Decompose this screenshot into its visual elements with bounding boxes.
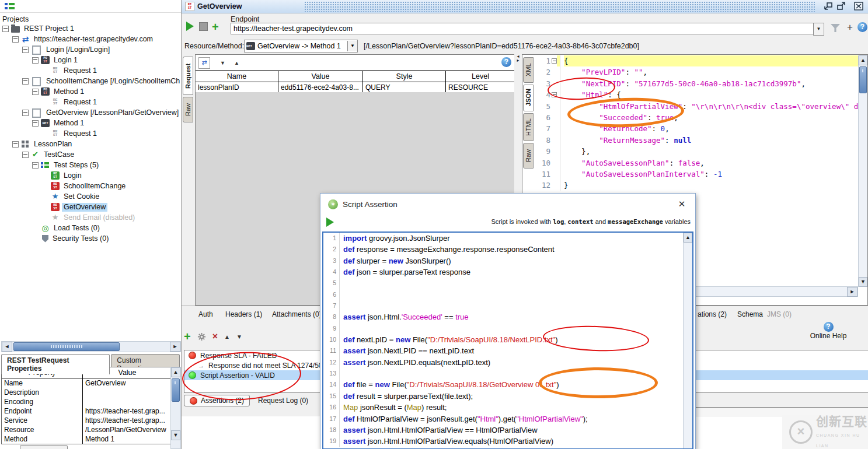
partial-button[interactable] — [20, 445, 68, 449]
scroll-up-arrow[interactable]: ▲ — [859, 55, 867, 65]
tab-request-log[interactable]: Request Log (0) — [258, 397, 308, 405]
table-row[interactable]: Servicehttps://teacher-test.grap... — [2, 416, 172, 425]
online-help-icon[interactable] — [824, 322, 834, 332]
tree-item[interactable]: Set Cookie — [0, 191, 180, 202]
tab-xml[interactable]: XML — [523, 57, 534, 83]
tab-headers[interactable]: Headers (1) — [225, 310, 262, 318]
tree-item[interactable]: REST Project 1 — [0, 23, 180, 34]
tree-item[interactable]: Send Email (disabled) — [0, 212, 180, 223]
scroll-up-arrow[interactable]: ▲ — [684, 233, 692, 243]
filter-icon[interactable] — [831, 24, 840, 32]
tree-item[interactable]: Load Tests (0) — [0, 223, 180, 233]
tab-jms[interactable]: JMS (0) — [767, 310, 792, 318]
scroll-down-arrow[interactable]: ▼ — [859, 277, 867, 287]
scroll-right-arrow[interactable]: ► — [847, 287, 857, 297]
move-param-up-icon[interactable]: ▲ — [234, 60, 239, 66]
tab-representations[interactable]: ations (2) — [698, 310, 727, 318]
column-header[interactable]: Level — [446, 71, 515, 82]
tree-item[interactable]: Login 1 — [0, 55, 180, 65]
configure-assertion-icon[interactable] — [197, 332, 206, 341]
properties-vertical-scrollbar[interactable]: ▲ ▼ — [170, 367, 181, 449]
run-script-icon[interactable] — [326, 218, 334, 227]
tab-request[interactable]: Request — [183, 57, 193, 95]
scroll-right-arrow[interactable]: ► — [170, 342, 180, 352]
column-header[interactable]: Style — [363, 71, 446, 82]
test-steps-icon[interactable] — [5, 2, 15, 10]
window-titlebar[interactable]: GetOverview — [182, 0, 868, 13]
dialog-close-icon[interactable]: ✕ — [677, 199, 687, 209]
endpoint-dropdown-arrow-icon[interactable]: ▼ — [813, 23, 824, 36]
tree-item[interactable]: SchoolItemChange [/Login/SchoolItemCha — [0, 76, 180, 86]
tree-horizontal-scrollbar[interactable]: ◄ ► — [1, 341, 181, 352]
scrollbar-thumb[interactable] — [172, 378, 180, 402]
table-row[interactable]: MethodMethod 1 — [2, 434, 172, 444]
expand-collapse-icon[interactable] — [32, 120, 39, 127]
tab-schema[interactable]: Schema — [737, 310, 763, 318]
fold-marker-icon[interactable] — [552, 55, 557, 66]
expand-collapse-icon[interactable] — [32, 57, 39, 64]
expand-collapse-icon[interactable] — [32, 89, 39, 95]
move-assertion-down-icon[interactable]: ▼ — [236, 334, 242, 340]
expand-collapse-icon[interactable] — [22, 47, 29, 53]
column-header[interactable]: Value — [278, 71, 363, 82]
revert-params-icon[interactable]: ⇄ — [198, 57, 210, 69]
tab-html[interactable]: HTML — [523, 113, 534, 141]
add-endpoint-icon[interactable]: + — [212, 23, 219, 31]
tree-item[interactable]: https://teacher-test.grapecitydev.com — [0, 34, 180, 44]
scroll-left-arrow[interactable]: ◄ — [2, 342, 12, 352]
tree-item[interactable]: Method 1 — [0, 118, 180, 128]
table-row[interactable]: Resource/LessonPlan/GetOverview — [2, 425, 172, 434]
tab-rest-testrequest-properties[interactable]: REST TestRequest Properties — [1, 354, 110, 374]
table-row[interactable]: NameGetOverview — [2, 378, 172, 388]
remove-assertion-icon[interactable]: × — [212, 332, 218, 341]
table-row[interactable]: lessonPlanIDedd51176-ece2-4a03-8...QUERY… — [196, 82, 515, 93]
online-help-label[interactable]: Online Help — [810, 332, 847, 340]
move-param-down-icon[interactable]: ▼ — [220, 60, 225, 66]
expand-collapse-icon[interactable] — [22, 152, 29, 158]
table-row[interactable]: Encoding — [2, 397, 172, 406]
tab-raw-response[interactable]: Raw — [523, 143, 534, 169]
move-assertion-up-icon[interactable]: ▲ — [224, 334, 230, 340]
expand-collapse-icon[interactable] — [32, 162, 39, 169]
collapse-right-icon[interactable]: ▸ — [514, 58, 522, 62]
tab-auth[interactable]: Auth — [198, 310, 213, 318]
response-vertical-scrollbar[interactable]: ▲ ▼ — [858, 55, 867, 287]
scrollbar-thumb[interactable] — [13, 342, 120, 351]
scroll-down-arrow[interactable]: ▼ — [171, 430, 180, 440]
tree-item[interactable]: Login [/Login/Login] — [0, 44, 180, 55]
tree-item[interactable]: LessonPlan — [0, 139, 180, 149]
table-row[interactable]: Endpointhttps://teacher-test.grap... — [2, 406, 172, 416]
dialog-vertical-scrollbar[interactable]: ▲ — [683, 233, 692, 448]
tree-item[interactable]: GetOverview — [0, 202, 180, 212]
add-assertion-icon[interactable]: + — [184, 332, 191, 341]
maximize-window-icon[interactable] — [836, 2, 846, 10]
tree-item[interactable]: Method 1 — [0, 86, 180, 97]
tree-item[interactable]: Request 1 — [0, 65, 180, 76]
submit-request-icon[interactable] — [186, 22, 194, 31]
add-icon[interactable]: + — [847, 23, 853, 31]
expand-collapse-icon[interactable] — [2, 26, 9, 32]
help-icon[interactable] — [857, 22, 867, 32]
groovy-script-editor[interactable]: ▲ 1import groovy.json.JsonSlurper2def re… — [322, 231, 693, 449]
tree-item[interactable]: Request 1 — [0, 97, 180, 107]
expand-collapse-icon[interactable] — [12, 141, 19, 148]
scrollbar-thumb[interactable] — [859, 66, 867, 93]
help-icon[interactable] — [501, 57, 511, 67]
method-combobox[interactable]: GetOverview -> Method 1 ▼ — [244, 40, 358, 52]
tree-item[interactable]: Security Tests (0) — [0, 233, 180, 244]
tree-item[interactable]: Login — [0, 170, 180, 181]
combobox-arrow-icon[interactable]: ▼ — [347, 41, 357, 51]
dialog-titlebar[interactable]: Script Assertion ✕ — [320, 194, 695, 215]
restore-window-icon[interactable] — [824, 2, 833, 10]
scroll-up-arrow[interactable]: ▲ — [171, 367, 180, 377]
column-header[interactable]: Name — [196, 71, 278, 82]
fold-marker-icon[interactable] — [552, 89, 557, 100]
tree-item[interactable]: TestCase — [0, 149, 180, 160]
tree-item[interactable]: SchoolItemChange — [0, 181, 180, 191]
tab-attachments[interactable]: Attachments (0) — [272, 310, 322, 318]
tab-json[interactable]: JSON — [523, 85, 534, 111]
table-row[interactable]: Description — [2, 388, 172, 397]
tree-item[interactable]: GetOverview [/LessonPlan/GetOverview] — [0, 107, 180, 118]
expand-collapse-icon[interactable] — [22, 78, 29, 85]
endpoint-input[interactable] — [231, 23, 821, 34]
